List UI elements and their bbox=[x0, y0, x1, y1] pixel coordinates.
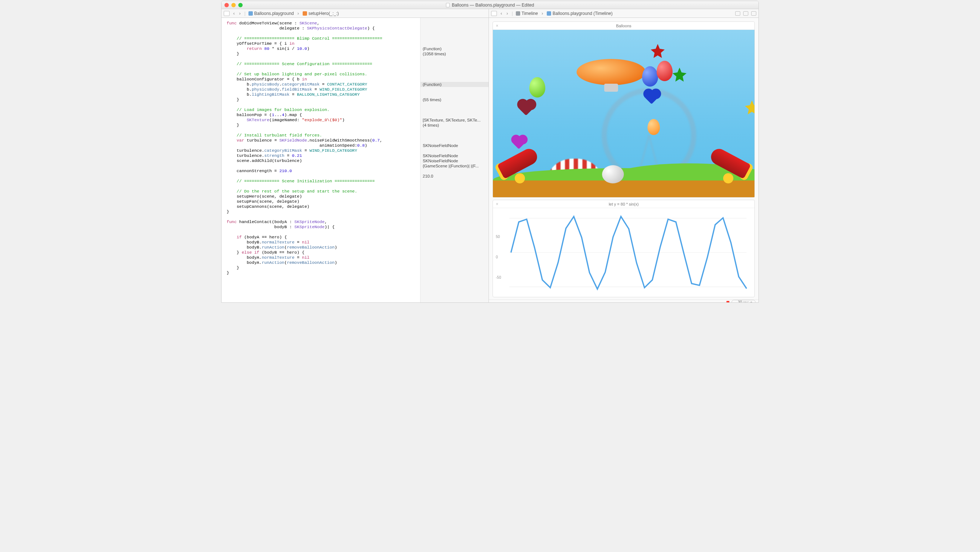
sine-plot bbox=[496, 210, 751, 296]
gutter-result[interactable]: {GameScene |(Function)| |(F... bbox=[423, 163, 486, 169]
function-icon bbox=[303, 11, 307, 16]
timeline-footer: – 30 SEC + bbox=[489, 299, 759, 302]
blimp bbox=[577, 59, 646, 85]
jump-bar-right: ‹ › | Timeline › Balloons.playground (Ti… bbox=[489, 9, 759, 17]
balloon-red bbox=[657, 61, 673, 81]
document-icon bbox=[446, 3, 450, 7]
duration-unit: SEC bbox=[743, 301, 749, 302]
crumb-symbol[interactable]: setupHero(_:_:) bbox=[303, 11, 339, 16]
jump-bar-left: ‹ › | Balloons.playground › setupHero(_:… bbox=[221, 9, 489, 17]
traffic-lights bbox=[224, 3, 243, 7]
window-title-text: Balloons — Balloons.playground — Edited bbox=[452, 3, 534, 8]
code-editor[interactable]: func doDidMoveToView(scene : SKScene, de… bbox=[221, 18, 420, 302]
fan-canister bbox=[602, 165, 624, 183]
value-history-chart: × let y = 80 * sin(x) 50 0 -50 bbox=[493, 200, 755, 297]
assistant-related-icon[interactable] bbox=[491, 11, 497, 16]
gutter-result[interactable]: (Function) bbox=[423, 46, 486, 51]
balloon-green bbox=[529, 77, 545, 97]
chart-title: let y = 80 * sin(x) bbox=[609, 202, 638, 206]
related-items-icon[interactable] bbox=[224, 11, 229, 16]
gutter-result[interactable]: (4 times) bbox=[423, 122, 486, 128]
balloon-heart-purple bbox=[512, 136, 526, 149]
gutter-result[interactable]: 210.0 bbox=[423, 173, 486, 179]
cannon-left bbox=[503, 160, 546, 181]
add-pane-icon[interactable] bbox=[743, 11, 748, 16]
separator: | bbox=[245, 11, 245, 16]
forward-button[interactable]: › bbox=[238, 11, 241, 16]
balloon-orange bbox=[648, 119, 660, 135]
close-icon[interactable]: × bbox=[496, 23, 498, 29]
minimize-button[interactable] bbox=[231, 3, 236, 7]
balloon-heart-red bbox=[519, 100, 534, 116]
ytick: -50 bbox=[496, 275, 501, 280]
assistant-back-button[interactable]: ‹ bbox=[500, 11, 503, 16]
preview-title: Balloons bbox=[616, 24, 631, 28]
crumb-timeline-file-label: Balloons.playground (Timeline) bbox=[552, 11, 612, 16]
source-code[interactable]: func doDidMoveToView(scene : SKScene, de… bbox=[227, 21, 419, 275]
live-preview: × Balloons bbox=[493, 21, 755, 197]
titlebar: Balloons — Balloons.playground — Edited bbox=[221, 1, 759, 9]
crumb-timeline-label: Timeline bbox=[522, 11, 538, 16]
balloon-blue bbox=[642, 66, 658, 87]
close-icon[interactable]: × bbox=[496, 202, 498, 207]
results-gutter: (Function) (1058 times) (Function) (55 t… bbox=[420, 18, 488, 302]
maximize-button[interactable] bbox=[238, 3, 243, 7]
jump-bar: ‹ › | Balloons.playground › setupHero(_:… bbox=[221, 9, 759, 18]
playground-file-icon bbox=[248, 11, 253, 16]
chevron-right-icon: › bbox=[541, 11, 544, 16]
timeline-icon bbox=[516, 11, 520, 16]
gutter-result[interactable]: SKNoiseFieldNode bbox=[423, 158, 486, 163]
ytick: 50 bbox=[496, 235, 500, 239]
duration-pill[interactable]: – 30 SEC + bbox=[732, 300, 756, 302]
crumb-file-label: Balloons.playground bbox=[254, 11, 294, 16]
crumb-timeline[interactable]: Timeline bbox=[516, 11, 538, 16]
gutter-result[interactable]: SKNoiseFieldNode bbox=[423, 143, 486, 148]
content-split: func doDidMoveToView(scene : SKScene, de… bbox=[221, 18, 759, 302]
record-indicator-icon[interactable] bbox=[727, 301, 729, 303]
duration-value: 30 bbox=[738, 300, 742, 302]
gutter-result[interactable]: SKNoiseFieldNode bbox=[423, 153, 486, 158]
crumb-symbol-label: setupHero(_:_:) bbox=[309, 11, 339, 16]
chevron-right-icon: › bbox=[297, 11, 300, 16]
playground-file-icon bbox=[547, 11, 551, 16]
assistant-pane: × Balloons bbox=[489, 18, 759, 302]
ytick: 0 bbox=[496, 255, 498, 259]
preview-header: × Balloons bbox=[493, 22, 754, 30]
ground bbox=[493, 180, 754, 197]
cannon-right bbox=[702, 160, 746, 181]
separator: | bbox=[512, 11, 513, 16]
crumb-file[interactable]: Balloons.playground bbox=[248, 11, 294, 16]
close-pane-icon[interactable] bbox=[751, 11, 756, 16]
gutter-result[interactable]: (Function) bbox=[420, 82, 488, 87]
layout-icon[interactable] bbox=[735, 11, 740, 16]
game-scene bbox=[493, 30, 754, 197]
close-button[interactable] bbox=[224, 3, 229, 7]
chart-header: × let y = 80 * sin(x) bbox=[493, 200, 754, 208]
crumb-timeline-file[interactable]: Balloons.playground (Timeline) bbox=[547, 11, 612, 16]
window-title: Balloons — Balloons.playground — Edited bbox=[446, 3, 534, 8]
assistant-forward-button[interactable]: › bbox=[506, 11, 509, 16]
gutter-result[interactable]: (55 times) bbox=[423, 97, 486, 102]
gutter-result[interactable]: [SKTexture, SKTexture, SKTe... bbox=[423, 118, 486, 122]
back-button[interactable]: ‹ bbox=[232, 11, 235, 16]
chart-area[interactable]: 50 0 -50 bbox=[493, 208, 754, 297]
xcode-window: Balloons — Balloons.playground — Edited … bbox=[221, 1, 759, 303]
gutter-result[interactable]: (1058 times) bbox=[423, 51, 486, 56]
editor-pane: func doDidMoveToView(scene : SKScene, de… bbox=[221, 18, 489, 302]
